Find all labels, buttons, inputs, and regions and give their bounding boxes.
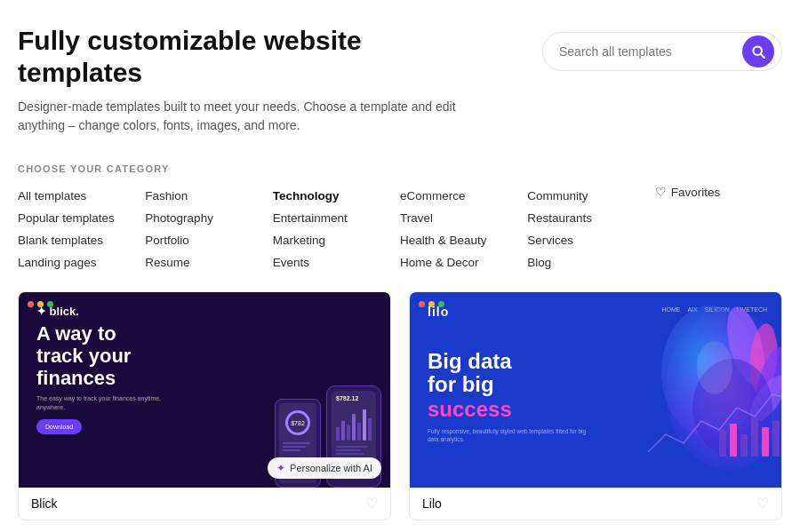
svg-line-1 xyxy=(761,54,764,58)
lilo-visual xyxy=(612,292,781,488)
svg-rect-14 xyxy=(751,419,758,457)
page-title: Fully customizable website templates xyxy=(18,25,480,89)
category-item-all[interactable]: All templates xyxy=(18,185,145,207)
favorite-button-lilo[interactable]: ♡ xyxy=(756,496,769,511)
search-input-wrapper xyxy=(542,32,782,71)
category-grid: All templates Popular templates Blank te… xyxy=(18,185,782,274)
svg-rect-13 xyxy=(740,434,748,457)
template-card-blick[interactable]: ✦ blick. A way totrack yourfinances The … xyxy=(18,291,391,520)
personalize-label: Personalize with AI xyxy=(290,463,372,473)
category-item-entertainment[interactable]: Entertainment xyxy=(273,207,400,229)
svg-rect-15 xyxy=(762,427,769,457)
category-item-portfolio[interactable]: Portfolio xyxy=(145,229,272,251)
search-container xyxy=(542,32,782,71)
personalize-badge[interactable]: ✦ Personalize with AI xyxy=(268,457,381,479)
category-item-marketing[interactable]: Marketing xyxy=(273,229,400,251)
svg-rect-16 xyxy=(772,421,780,457)
template-name-lilo: Lilo xyxy=(422,496,442,511)
page-subtitle: Designer-made templates built to meet yo… xyxy=(18,98,480,135)
category-column-3: Technology Entertainment Marketing Event… xyxy=(273,185,400,274)
category-item-blank[interactable]: Blank templates xyxy=(18,229,145,251)
header-section: Fully customizable website templates Des… xyxy=(18,25,782,135)
category-item-popular[interactable]: Popular templates xyxy=(18,207,145,229)
category-item-ecommerce[interactable]: eCommerce xyxy=(400,185,527,207)
phone-chart-circle: $782 xyxy=(285,410,310,435)
template-name-blick: Blick xyxy=(31,496,58,511)
blick-cta-button: Download xyxy=(36,419,82,434)
search-icon xyxy=(751,44,765,59)
lilo-headline-text: Big data for big success Fully responsiv… xyxy=(428,350,588,443)
category-item-community[interactable]: Community xyxy=(527,185,654,207)
category-column-5: Community Restaurants Services Blog xyxy=(527,185,654,274)
category-column-6: ♡ Favorites xyxy=(655,185,782,274)
category-item-travel[interactable]: Travel xyxy=(400,207,527,229)
dot-red-lilo xyxy=(419,301,425,307)
template-card-lilo[interactable]: lilo HOME AIX SILICON LIVETECH Big data … xyxy=(409,291,782,520)
category-item-health[interactable]: Health & Beauty xyxy=(400,229,527,251)
blick-description: The easy way to track your finances anyt… xyxy=(36,394,179,412)
category-item-services[interactable]: Services xyxy=(527,229,654,251)
template-footer-blick: Blick ♡ xyxy=(19,488,390,520)
lilo-headline-line1: Big data xyxy=(428,350,588,373)
lilo-headline-line2: for big xyxy=(428,373,588,396)
lilo-headline-accent: success xyxy=(428,397,588,422)
category-item-technology[interactable]: Technology xyxy=(273,185,400,207)
ai-star-icon: ✦ xyxy=(276,462,285,474)
category-item-resume[interactable]: Resume xyxy=(145,251,272,274)
category-column-4: eCommerce Travel Health & Beauty Home & … xyxy=(400,185,527,274)
category-label: CHOOSE YOUR CATEGORY xyxy=(18,163,782,174)
template-preview-lilo: lilo HOME AIX SILICON LIVETECH Big data … xyxy=(410,292,781,488)
category-item-blog[interactable]: Blog xyxy=(527,251,654,274)
category-item-landing[interactable]: Landing pages xyxy=(18,251,145,274)
category-item-home[interactable]: Home & Decor xyxy=(400,251,527,274)
blick-headline-text: A way totrack yourfinances The easy way … xyxy=(36,322,179,434)
svg-point-10 xyxy=(697,341,732,394)
templates-grid: ✦ blick. A way totrack yourfinances The … xyxy=(18,291,782,520)
template-preview-blick: ✦ blick. A way totrack yourfinances The … xyxy=(19,292,390,488)
blick-logo: ✦ blick. xyxy=(36,305,79,318)
search-input[interactable] xyxy=(559,44,735,59)
svg-rect-12 xyxy=(730,424,737,457)
lilo-logo: lilo xyxy=(428,305,449,319)
favorite-button-blick[interactable]: ♡ xyxy=(365,496,378,511)
dot-red xyxy=(28,301,34,307)
category-item-restaurants[interactable]: Restaurants xyxy=(527,207,654,229)
category-section: CHOOSE YOUR CATEGORY All templates Popul… xyxy=(18,163,782,274)
lilo-description: Fully responsive, beautifully styled web… xyxy=(428,427,588,443)
template-footer-lilo: Lilo ♡ xyxy=(410,488,781,520)
phone-lines xyxy=(283,442,313,451)
lilo-graphic xyxy=(612,292,781,488)
svg-rect-11 xyxy=(719,430,726,457)
header-text: Fully customizable website templates Des… xyxy=(18,25,480,135)
search-button[interactable] xyxy=(742,36,774,67)
category-item-photography[interactable]: Photography xyxy=(145,207,272,229)
category-column-1: All templates Popular templates Blank te… xyxy=(18,185,145,274)
blick-headline: A way totrack yourfinances xyxy=(36,322,179,390)
favorites-label: Favorites xyxy=(671,186,721,199)
category-column-2: Fashion Photography Portfolio Resume xyxy=(145,185,272,274)
category-item-favorites[interactable]: ♡ Favorites xyxy=(655,185,782,199)
category-item-events[interactable]: Events xyxy=(273,251,400,274)
heart-icon: ♡ xyxy=(655,185,667,199)
category-item-fashion[interactable]: Fashion xyxy=(145,185,272,207)
